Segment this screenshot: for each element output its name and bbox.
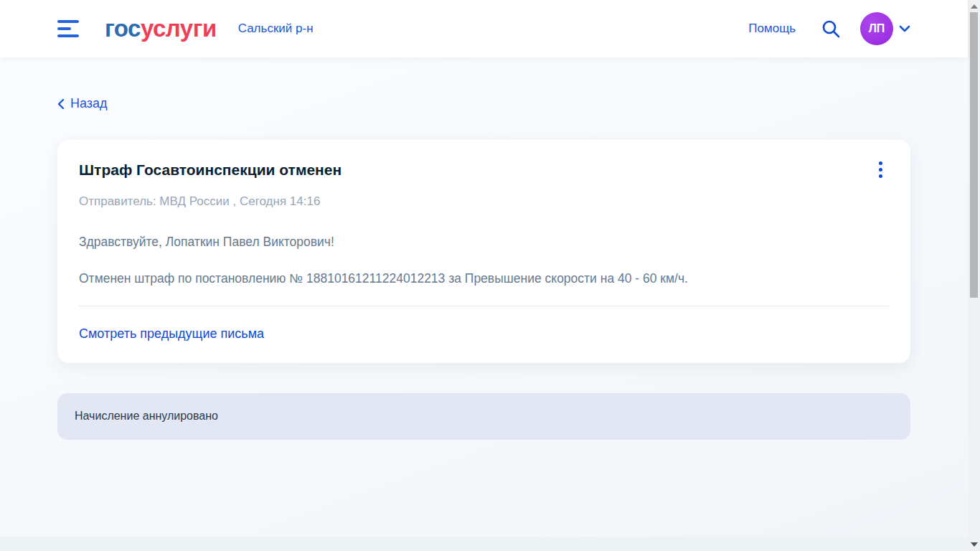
message-card: Штраф Госавтоинспекции отменен Отправите… xyxy=(57,140,910,363)
previous-letters-link[interactable]: Смотреть предыдущие письма xyxy=(79,326,264,342)
vertical-scrollbar[interactable] xyxy=(968,0,980,551)
page: госуслуги Сальский р-н Помощь ЛП xyxy=(0,0,980,551)
status-banner-text: Начисление аннулировано xyxy=(75,410,218,423)
region-selector[interactable]: Сальский р-н xyxy=(238,22,314,36)
gosuslugi-logo[interactable]: госуслуги xyxy=(105,15,217,42)
scrollbar-up-arrow-icon[interactable] xyxy=(971,4,978,9)
chevron-down-icon[interactable] xyxy=(899,25,910,32)
top-header: госуслуги Сальский р-н Помощь ЛП xyxy=(0,0,968,57)
message-card-header: Штраф Госавтоинспекции отменен xyxy=(79,160,889,180)
footer-strip xyxy=(0,537,968,551)
user-avatar[interactable]: ЛП xyxy=(860,12,893,45)
help-link[interactable]: Помощь xyxy=(748,22,796,36)
back-link-label: Назад xyxy=(70,96,108,111)
main-content: Назад Штраф Госавтоинспекции отменен Отп… xyxy=(0,57,968,440)
search-icon[interactable] xyxy=(820,18,842,39)
message-title: Штраф Госавтоинспекции отменен xyxy=(79,160,341,180)
content-area: госуслуги Сальский р-н Помощь ЛП xyxy=(0,0,968,551)
message-body: Отменен штраф по постановлению № 1881016… xyxy=(79,271,889,286)
chevron-left-icon xyxy=(57,98,65,110)
message-greeting: Здравствуйте, Лопаткин Павел Викторович! xyxy=(79,235,889,250)
hamburger-menu-icon[interactable] xyxy=(57,20,79,37)
header-right: Помощь ЛП xyxy=(748,12,910,45)
message-sender-line: Отправитель: МВД России , Сегодня 14:16 xyxy=(79,194,889,209)
logo-part-red: услуги xyxy=(141,15,217,42)
logo-part-blue: гос xyxy=(105,15,141,42)
status-banner: Начисление аннулировано xyxy=(57,393,910,440)
scrollbar-thumb[interactable] xyxy=(970,12,978,298)
divider xyxy=(79,306,889,306)
kebab-menu-icon[interactable] xyxy=(872,160,889,180)
scrollbar-down-arrow-icon[interactable] xyxy=(971,542,978,547)
back-link[interactable]: Назад xyxy=(57,96,108,111)
